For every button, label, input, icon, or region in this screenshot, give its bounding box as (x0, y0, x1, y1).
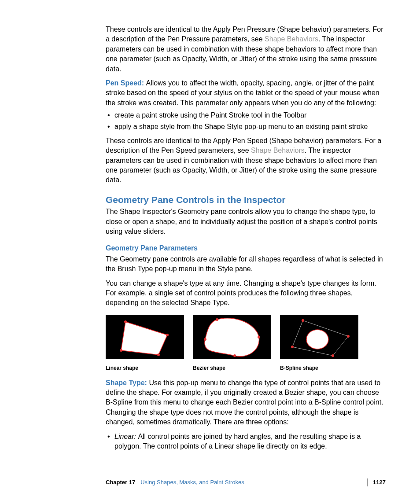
figure-row: Linear shape Bezier shape (106, 315, 386, 372)
svg-point-7 (233, 354, 236, 357)
link-shape-behaviors[interactable]: Shape Behaviors (251, 147, 305, 154)
footer-left: Chapter 17 Using Shapes, Masks, and Pain… (106, 478, 244, 486)
svg-point-12 (347, 335, 350, 338)
section-heading-geometry: Geometry Pane Controls in the Inspector (106, 193, 386, 206)
thumbnail-bspline-shape (280, 315, 358, 359)
svg-point-6 (258, 336, 260, 338)
linear-shape-icon (106, 315, 184, 359)
subsection-heading-parameters: Geometry Pane Parameters (106, 243, 386, 253)
thumbnail-bezier-shape (193, 315, 271, 359)
svg-point-14 (291, 346, 294, 348)
svg-point-5 (216, 318, 218, 321)
figure-caption: Linear shape (106, 364, 184, 372)
svg-point-4 (120, 349, 122, 352)
section-intro: The Shape Inspector's Geometry pane cont… (106, 207, 386, 236)
chapter-title: Using Shapes, Masks, and Paint Strokes (140, 478, 244, 486)
list-item: apply a shape style from the Shape Style… (106, 122, 386, 132)
thumbnail-linear-shape (106, 315, 184, 359)
figure-linear: Linear shape (106, 315, 184, 372)
svg-point-2 (166, 334, 169, 336)
paragraph-pen-speed: Pen Speed: Allows you to affect the widt… (106, 78, 386, 108)
page-number: 1127 (367, 478, 386, 486)
figure-bspline: B-Spline shape (280, 315, 358, 372)
svg-point-11 (302, 319, 304, 322)
figure-bezier: Bezier shape (193, 315, 271, 372)
bullet-list-shape-options: Linear: All control points are joined by… (106, 432, 386, 452)
figure-caption: B-Spline shape (280, 364, 358, 372)
text: All control points are joined by hard an… (114, 433, 361, 450)
paragraph-shape-type: Shape Type: Use this pop-up menu to chan… (106, 378, 386, 427)
paragraph: The Geometry pane controls are available… (106, 254, 386, 274)
list-item-linear: Linear: All control points are joined by… (106, 432, 386, 452)
page-content: These controls are identical to the Appl… (0, 0, 420, 451)
chapter-number: Chapter 17 (106, 478, 135, 486)
term-shape-type: Shape Type: (106, 379, 149, 386)
option-label-linear: Linear: (114, 433, 138, 440)
paragraph: You can change a shape's type at any tim… (106, 279, 386, 308)
svg-point-3 (157, 353, 160, 356)
page-footer: Chapter 17 Using Shapes, Masks, and Pain… (106, 478, 386, 486)
svg-point-10 (306, 330, 328, 349)
list-item: create a paint stroke using the Paint St… (106, 110, 386, 120)
bullet-list: create a paint stroke using the Paint St… (106, 110, 386, 132)
bspline-shape-icon (280, 315, 358, 359)
svg-marker-0 (121, 322, 167, 355)
paragraph-pen-speed-controls: These controls are identical to the Appl… (106, 136, 386, 185)
paragraph-pen-pressure: These controls are identical to the Appl… (106, 25, 386, 74)
term-pen-speed: Pen Speed: (106, 79, 146, 87)
svg-point-8 (204, 338, 206, 341)
figure-caption: Bezier shape (193, 364, 271, 372)
svg-point-13 (332, 354, 334, 357)
svg-point-1 (124, 320, 127, 323)
text: Allows you to affect the width, opacity,… (106, 79, 379, 107)
bezier-shape-icon (193, 315, 271, 359)
link-shape-behaviors[interactable]: Shape Behaviors (265, 35, 318, 43)
